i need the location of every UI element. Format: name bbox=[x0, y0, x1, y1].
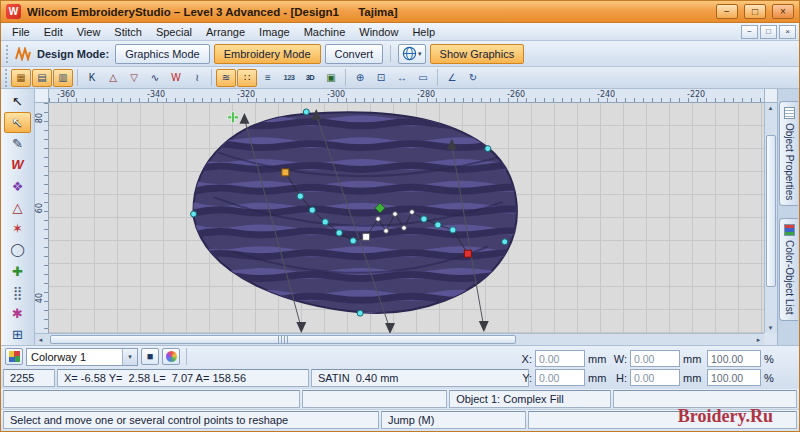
cycle-colors-button[interactable] bbox=[162, 348, 180, 365]
tab-label: Object Properties bbox=[784, 123, 795, 200]
vertical-scroll-thumb[interactable] bbox=[766, 135, 776, 287]
edit-thread-colors-button[interactable]: ◼ bbox=[141, 348, 159, 365]
vector-select-icon[interactable]: K bbox=[82, 69, 102, 87]
show-outlines-icon[interactable]: △ bbox=[103, 69, 123, 87]
status-empty-field bbox=[3, 390, 300, 408]
reshape-tool[interactable]: ↖ bbox=[4, 112, 31, 132]
mdi-close-button[interactable]: × bbox=[779, 25, 796, 39]
chevron-down-icon[interactable]: ▾ bbox=[122, 349, 137, 365]
show-design-icon[interactable]: ▦ bbox=[11, 69, 31, 87]
pen-tool[interactable]: ✎ bbox=[4, 134, 31, 154]
separator bbox=[437, 69, 438, 86]
measure-icon[interactable]: ∠ bbox=[442, 69, 462, 87]
stitch-numbers-icon[interactable]: 123 bbox=[279, 69, 299, 87]
h-field[interactable] bbox=[630, 369, 680, 386]
x-field[interactable] bbox=[535, 350, 585, 367]
zigzag-stitch-icon bbox=[15, 47, 31, 61]
ruler-label: -240 bbox=[597, 90, 615, 99]
view-toolbar: ▦ ▤ ▥ K △ ▽ ∿ W ≀ ≋ ∷ ≡ 123 3D ▣ ⊕ ⊡ ↔ ▭… bbox=[1, 67, 799, 89]
w-field[interactable] bbox=[630, 350, 680, 367]
ellipse-shape-tool[interactable]: ◯ bbox=[4, 240, 31, 260]
ruler-label: -340 bbox=[147, 90, 165, 99]
zoom-box-icon[interactable]: ⊡ bbox=[371, 69, 391, 87]
menu-machine[interactable]: Machine bbox=[297, 25, 353, 39]
close-button[interactable]: × bbox=[772, 4, 794, 19]
scroll-left-icon[interactable]: ◂ bbox=[35, 335, 46, 345]
menu-special[interactable]: Special bbox=[149, 25, 199, 39]
app-icon: W bbox=[6, 4, 21, 19]
palette-icon bbox=[9, 351, 20, 362]
stitch-dots-tool[interactable]: ⣿ bbox=[4, 282, 31, 302]
show-grid-icon[interactable]: ▤ bbox=[32, 69, 52, 87]
trueview-icon[interactable]: ▣ bbox=[321, 69, 341, 87]
show-functions-icon[interactable]: ≋ bbox=[216, 69, 236, 87]
threed-view-icon[interactable]: 3D bbox=[300, 69, 320, 87]
bottom-panel: Colorway 1 ▾ ◼ 2255 X= -6.58 Y= 2.58 L= … bbox=[1, 345, 799, 389]
show-rulers-icon[interactable]: ▥ bbox=[53, 69, 73, 87]
zoom-in-icon[interactable]: ⊕ bbox=[350, 69, 370, 87]
menu-image[interactable]: Image bbox=[252, 25, 297, 39]
overview-window-icon[interactable]: ▭ bbox=[413, 69, 433, 87]
menu-edit[interactable]: Edit bbox=[37, 25, 70, 39]
design-canvas[interactable] bbox=[49, 103, 764, 333]
menu-view[interactable]: View bbox=[70, 25, 108, 39]
node-edit-tool[interactable]: ❖ bbox=[4, 176, 31, 196]
triangle-shape-tool[interactable]: △ bbox=[4, 197, 31, 217]
embroidery-mode-button[interactable]: Embroidery Mode bbox=[214, 44, 321, 64]
ruler-label: -300 bbox=[327, 90, 345, 99]
pan-icon[interactable]: ↔ bbox=[392, 69, 412, 87]
convert-button[interactable]: Convert bbox=[325, 44, 384, 64]
show-connectors-icon[interactable]: ≀ bbox=[187, 69, 207, 87]
scroll-right-icon[interactable]: ▸ bbox=[753, 335, 764, 345]
menu-window[interactable]: Window bbox=[352, 25, 405, 39]
vertical-scrollbar[interactable]: ▴ ▾ bbox=[764, 103, 777, 333]
select-tool[interactable]: ↖ bbox=[4, 91, 31, 111]
ruler-label: -220 bbox=[687, 90, 705, 99]
separator bbox=[390, 45, 391, 62]
maximize-button[interactable]: □ bbox=[744, 4, 766, 19]
show-graphics-button[interactable]: Show Graphics bbox=[430, 44, 525, 64]
tab-color-object-list[interactable]: Color-Object List bbox=[779, 218, 798, 320]
pointer-position-field: X= -6.58 Y= 2.58 L= 7.07 A= 158.56 bbox=[57, 369, 309, 387]
star-shape-tool[interactable]: ✶ bbox=[4, 219, 31, 239]
show-needle-points-icon[interactable]: ∷ bbox=[237, 69, 257, 87]
scale-x-field[interactable] bbox=[707, 350, 761, 367]
ruler-label: -280 bbox=[417, 90, 435, 99]
y-field[interactable] bbox=[535, 369, 585, 386]
mdi-minimize-button[interactable]: − bbox=[741, 25, 758, 39]
horizontal-scroll-thumb[interactable] bbox=[50, 335, 517, 344]
stitch-list-icon[interactable]: ≡ bbox=[258, 69, 278, 87]
lettering-view-icon[interactable]: W bbox=[166, 69, 186, 87]
toolbar-grip[interactable] bbox=[6, 45, 9, 63]
horizontal-scrollbar[interactable]: ◂ ▸ bbox=[35, 333, 764, 345]
grid-points-tool[interactable]: ⊞ bbox=[4, 325, 31, 345]
add-point-tool[interactable]: ✚ bbox=[4, 261, 31, 281]
scroll-down-icon[interactable]: ▾ bbox=[765, 323, 776, 333]
toolbar-grip[interactable] bbox=[5, 69, 8, 87]
scrollbar-corner bbox=[764, 333, 777, 345]
show-shapes-icon[interactable]: ▽ bbox=[124, 69, 144, 87]
sequin-tool[interactable]: ✱ bbox=[4, 304, 31, 324]
stitch-count-field: 2255 bbox=[3, 369, 55, 387]
minimize-button[interactable]: − bbox=[716, 4, 738, 19]
redraw-icon[interactable]: ↻ bbox=[463, 69, 483, 87]
menu-stitch[interactable]: Stitch bbox=[107, 25, 149, 39]
lettering-tool[interactable]: W bbox=[4, 155, 31, 175]
menu-arrange[interactable]: Arrange bbox=[199, 25, 252, 39]
scroll-up-icon[interactable]: ▴ bbox=[765, 103, 776, 113]
hoop-globe-button[interactable]: ▾ bbox=[398, 44, 426, 64]
graphics-mode-button[interactable]: Graphics Mode bbox=[115, 44, 210, 64]
canvas-area: -360 -340 -320 -300 -280 -260 -240 -220 … bbox=[35, 89, 777, 345]
show-stitches-icon[interactable]: ∿ bbox=[145, 69, 165, 87]
entry-point-marker[interactable] bbox=[228, 112, 239, 123]
menu-file[interactable]: File bbox=[5, 25, 37, 39]
scale-y-field[interactable] bbox=[707, 369, 761, 386]
tab-object-properties[interactable]: Object Properties bbox=[779, 101, 798, 206]
titlebar: W Wilcom EmbroideryStudio – Level 3 Adva… bbox=[1, 1, 799, 23]
colorway-dropdown[interactable]: Colorway 1 ▾ bbox=[26, 348, 138, 366]
tool-palette: ↖ ↖ ✎ W ❖ △ ✶ ◯ ✚ ⣿ ✱ ⊞ bbox=[1, 89, 35, 345]
colorway-palette-button[interactable] bbox=[5, 348, 23, 365]
mdi-restore-button[interactable]: □ bbox=[760, 25, 777, 39]
globe-dropdown-arrow[interactable]: ▾ bbox=[418, 50, 422, 58]
menu-help[interactable]: Help bbox=[405, 25, 442, 39]
